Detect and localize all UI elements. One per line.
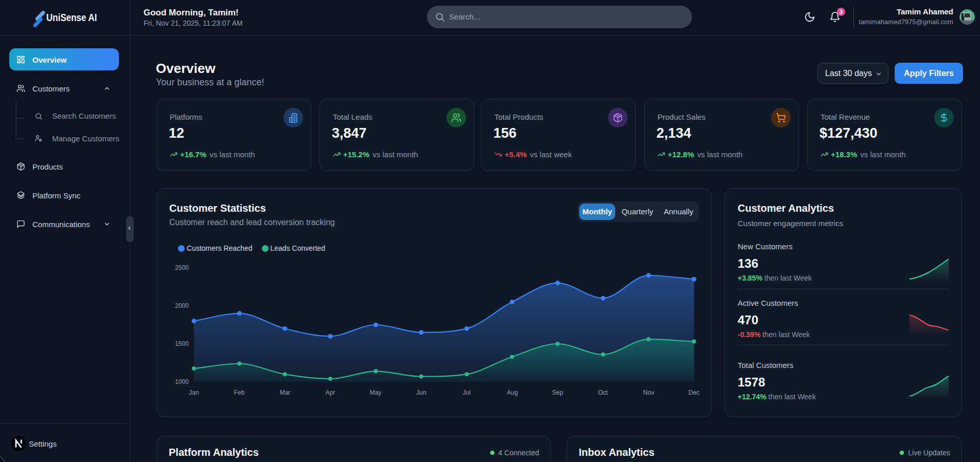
svg-text:Mar: Mar: [280, 389, 291, 396]
svg-text:Jan: Jan: [189, 389, 199, 396]
svg-text:May: May: [370, 389, 382, 396]
svg-text:2000: 2000: [175, 302, 189, 309]
svg-text:Jun: Jun: [416, 389, 426, 396]
svg-text:Nov: Nov: [643, 389, 654, 396]
svg-text:1500: 1500: [175, 340, 189, 347]
svg-text:Apr: Apr: [326, 389, 335, 396]
svg-text:Sep: Sep: [552, 389, 563, 396]
svg-text:Dec: Dec: [688, 389, 699, 396]
svg-text:1000: 1000: [175, 378, 189, 385]
svg-text:2500: 2500: [175, 264, 189, 271]
svg-text:Oct: Oct: [598, 389, 608, 396]
svg-text:Jul: Jul: [462, 389, 470, 396]
svg-text:Aug: Aug: [507, 389, 518, 396]
svg-text:Feb: Feb: [234, 389, 245, 396]
